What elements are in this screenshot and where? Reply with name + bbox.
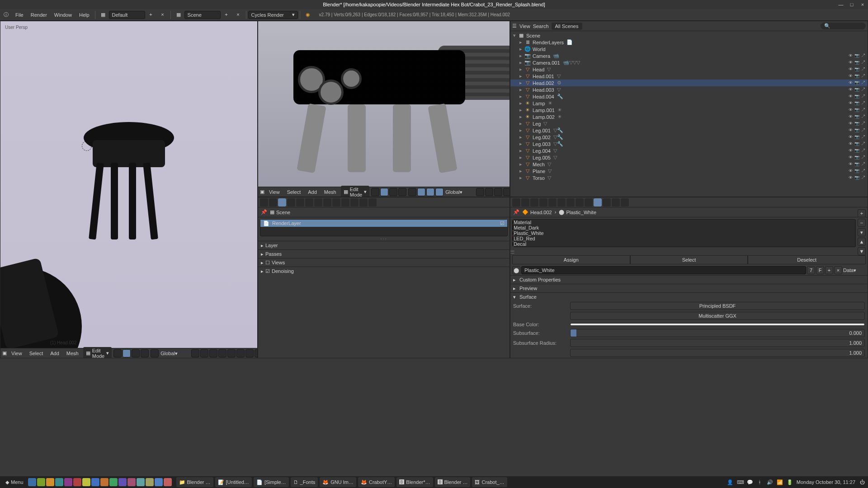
outliner-item-data-icon[interactable]: ▽ bbox=[543, 121, 547, 126]
slot-move-down-button[interactable]: ▼ bbox=[858, 247, 866, 255]
select-button[interactable]: Select bbox=[630, 255, 748, 264]
quick-launch-icon[interactable] bbox=[91, 478, 99, 486]
tray-battery-icon[interactable]: 🔋 bbox=[787, 480, 793, 485]
subsurface-radius-x[interactable]: 1.000 bbox=[570, 339, 865, 347]
material-browse-button[interactable]: ⬤ bbox=[512, 266, 520, 274]
outliner-toggle[interactable]: 📷 bbox=[854, 108, 859, 112]
3d-viewport-left[interactable]: User Persp (1) Head.002 ▣ View Select Ad… bbox=[0, 21, 258, 358]
scene-delete-button[interactable]: × bbox=[233, 10, 243, 20]
panel-surface[interactable]: ▾Surface bbox=[510, 292, 868, 301]
pivot-point-button[interactable] bbox=[151, 349, 159, 357]
outliner-toggle[interactable]: 👁 bbox=[848, 81, 853, 85]
quick-launch-icon[interactable] bbox=[82, 478, 90, 486]
screen-layout-delete-button[interactable]: × bbox=[158, 10, 168, 20]
tray-bluetooth-icon[interactable]: ᚼ bbox=[757, 480, 763, 485]
outliner-item-data-icon[interactable]: ▽ bbox=[547, 162, 551, 167]
material-unlink-button[interactable]: × bbox=[834, 266, 842, 274]
material-link-dropdown[interactable]: Data▾ bbox=[843, 267, 866, 273]
quick-launch-icon[interactable] bbox=[46, 478, 54, 486]
outliner-toggle[interactable]: 🡕 bbox=[860, 122, 866, 126]
vp-menu-mesh[interactable]: Mesh bbox=[64, 351, 81, 356]
outliner-toggle[interactable]: 🡕 bbox=[860, 169, 866, 173]
outliner-toggle[interactable]: 🡕 bbox=[860, 128, 866, 132]
outliner-menu-search[interactable]: Search bbox=[533, 23, 549, 29]
outliner-toggle[interactable]: 📷 bbox=[854, 142, 859, 146]
outliner-toggle[interactable]: 📷 bbox=[854, 135, 859, 139]
outliner-menu-view[interactable]: View bbox=[519, 23, 530, 29]
outliner-row[interactable]: ▸☀Lamp.002☀👁📷🡕 bbox=[510, 113, 868, 120]
panel-passes[interactable]: ▸Passes bbox=[258, 249, 509, 258]
screen-layout-add-button[interactable]: + bbox=[146, 10, 156, 20]
scene-add-button[interactable]: + bbox=[222, 10, 231, 20]
outliner-item-data-icon[interactable]: ☀ bbox=[557, 108, 562, 113]
layers-buttons[interactable] bbox=[191, 349, 258, 357]
quick-launch-icon[interactable] bbox=[73, 478, 81, 486]
select-mode-buttons[interactable] bbox=[408, 188, 443, 196]
disclosure-triangle-icon[interactable]: ▸ bbox=[519, 148, 524, 153]
outliner-toggle[interactable]: 👁 bbox=[848, 74, 853, 78]
outliner-item-data-icon[interactable]: 📹 bbox=[553, 53, 559, 58]
outliner-toggle[interactable]: 📷 bbox=[854, 74, 859, 78]
taskbar-task[interactable]: 🗋_Fonts bbox=[291, 477, 318, 487]
shading-mode-buttons[interactable] bbox=[371, 188, 406, 196]
renderlayer-list-item[interactable]: 📄 RenderLayer ☑ bbox=[260, 220, 507, 227]
outliner-toggle[interactable]: 🡕 bbox=[860, 108, 866, 112]
outliner-toggle[interactable]: 📷 bbox=[854, 61, 859, 65]
taskbar-task[interactable]: 🦊GNU Im… bbox=[320, 477, 356, 487]
quick-launch-icon[interactable] bbox=[146, 478, 154, 486]
disclosure-triangle-icon[interactable]: ▸ bbox=[519, 155, 524, 160]
outliner-item-data-icon[interactable]: ☀ bbox=[557, 114, 562, 119]
outliner-toggle[interactable]: 📷 bbox=[854, 176, 859, 180]
material-slot-item[interactable]: Material bbox=[513, 220, 855, 225]
quick-launch-icon[interactable] bbox=[155, 478, 163, 486]
pin-icon[interactable]: 📌 bbox=[261, 210, 267, 215]
outliner-item-data-icon[interactable]: ▽🔧 bbox=[553, 135, 563, 140]
disclosure-triangle-icon[interactable]: ▸ bbox=[519, 40, 524, 45]
tray-volume-icon[interactable]: 🔊 bbox=[767, 480, 773, 485]
screen-layout-browse-icon[interactable]: ▦ bbox=[98, 10, 108, 20]
transform-orientation-dropdown[interactable]: Global▾ bbox=[160, 351, 188, 356]
panel-views[interactable]: ▸☐Views bbox=[258, 258, 509, 267]
taskbar-task[interactable]: 🅱Blender … bbox=[435, 477, 471, 487]
slot-move-up-button[interactable]: ▲ bbox=[858, 238, 866, 246]
disclosure-triangle-icon[interactable]: ▸ bbox=[519, 67, 524, 72]
tab-material[interactable] bbox=[594, 198, 602, 206]
outliner-toggle[interactable]: 👁 bbox=[848, 176, 853, 180]
vp-menu-view[interactable]: View bbox=[9, 351, 25, 356]
outliner-row[interactable]: ▸▽Head▽👁📷🡕 bbox=[510, 66, 868, 73]
outliner-toggle[interactable]: 👁 bbox=[848, 162, 853, 166]
breadcrumb-object[interactable]: Head.002 bbox=[530, 210, 552, 215]
outliner-toggle[interactable]: 👁 bbox=[848, 169, 853, 173]
panel-layer[interactable]: ▸Layer bbox=[258, 241, 509, 249]
breadcrumb-material[interactable]: Plastic_White bbox=[566, 210, 596, 215]
material-slot-item[interactable]: Decal bbox=[513, 241, 855, 247]
outliner-toggle[interactable]: 📷 bbox=[854, 67, 859, 71]
panel-custom-properties[interactable]: ▸Custom Properties bbox=[510, 275, 868, 284]
disclosure-triangle-icon[interactable]: ▸ bbox=[519, 47, 524, 52]
window-maximize-button[interactable]: □ bbox=[848, 2, 855, 7]
outliner-item-data-icon[interactable]: ▽ bbox=[548, 169, 552, 174]
base-color-swatch[interactable] bbox=[570, 323, 865, 326]
outliner-row[interactable]: ▸▽Leg.004▽👁📷🡕 bbox=[510, 147, 868, 154]
outliner-item-data-icon[interactable]: ▽ bbox=[557, 74, 561, 79]
disclosure-triangle-icon[interactable]: ▸ bbox=[519, 60, 524, 65]
outliner-row[interactable]: ▸📷Camera📹👁📷🡕 bbox=[510, 52, 868, 59]
quick-launch-icon[interactable] bbox=[37, 478, 45, 486]
outliner-row[interactable]: ▸▽Leg.002▽🔧👁📷🡕 bbox=[510, 134, 868, 141]
mode-dropdown[interactable]: ▦Edit Mode▾ bbox=[83, 347, 112, 359]
outliner-toggle[interactable]: 👁 bbox=[848, 122, 853, 126]
editor-type-icon[interactable]: ▣ bbox=[260, 189, 264, 194]
deselect-button[interactable]: Deselect bbox=[748, 255, 866, 264]
taskbar-task[interactable]: 🖼Crabot_… bbox=[472, 477, 507, 487]
outliner-item-data-icon[interactable]: 📄 bbox=[566, 40, 573, 45]
quick-launch-icons[interactable] bbox=[28, 478, 172, 486]
outliner-toggle[interactable]: 🡕 bbox=[860, 61, 866, 65]
outliner-item-data-icon[interactable]: ☀ bbox=[548, 101, 552, 106]
material-slot-item[interactable]: Metal_Dark bbox=[513, 225, 855, 230]
outliner-toggle[interactable]: 👁 bbox=[848, 135, 853, 139]
disclosure-triangle-icon[interactable]: ▸ bbox=[519, 121, 524, 126]
outliner-row[interactable]: ▸▽Leg▽👁📷🡕 bbox=[510, 120, 868, 127]
disclosure-triangle-icon[interactable]: ▸ bbox=[519, 87, 524, 92]
material-name-field[interactable]: Plastic_White bbox=[521, 266, 806, 274]
outliner-toggle[interactable]: 🡕 bbox=[860, 149, 866, 153]
